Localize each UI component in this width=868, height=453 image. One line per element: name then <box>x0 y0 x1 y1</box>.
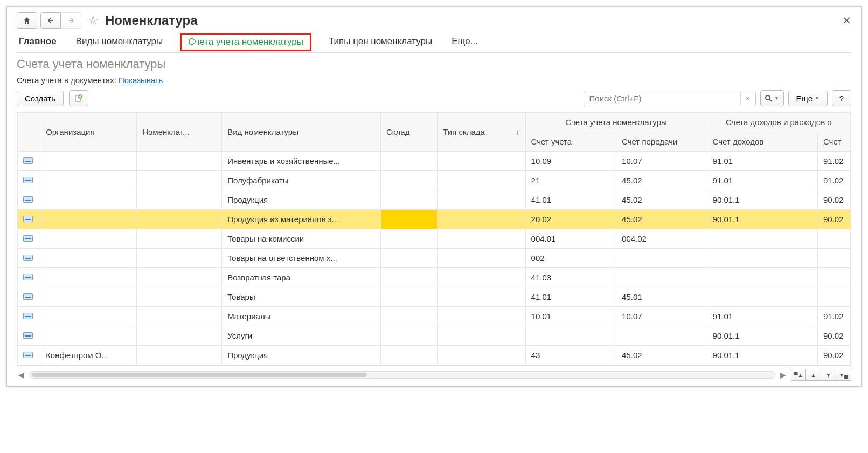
record-icon <box>23 196 33 203</box>
table-row[interactable]: Возвратная тара41.03 <box>18 268 851 287</box>
nav-first-button[interactable]: ▀▲ <box>791 369 806 381</box>
cell-org: Конфетпром О... <box>40 346 137 365</box>
col-organization[interactable]: Организация <box>40 113 137 152</box>
col-group-income[interactable]: Счета доходов и расходов о <box>707 113 850 132</box>
cell-vid: Возвратная тара <box>222 268 381 287</box>
cell-sklad <box>381 268 438 287</box>
help-button[interactable]: ? <box>832 90 851 106</box>
tab-more[interactable]: Еще... <box>449 33 480 51</box>
col-sklad[interactable]: Склад <box>381 113 438 152</box>
cell-org <box>40 287 137 307</box>
row-indicator-cell <box>18 171 40 190</box>
search-dropdown-button[interactable]: ▼ <box>760 90 784 106</box>
tab-vidy[interactable]: Виды номенклатуры <box>74 33 165 51</box>
cell-schet-last: 91.02 <box>817 171 850 190</box>
row-indicator-cell <box>18 287 40 307</box>
col-schet-ucheta[interactable]: Счет учета <box>525 132 616 152</box>
tab-main[interactable]: Главное <box>17 33 59 51</box>
forward-button[interactable] <box>61 12 81 29</box>
col-schet-dohodov[interactable]: Счет доходов <box>707 132 817 152</box>
sort-asc-icon: ↓ <box>516 127 520 136</box>
cell-sklad <box>381 287 438 307</box>
scrollbar-thumb[interactable] <box>32 373 367 377</box>
table-row[interactable]: Продукция из материалов з...20.0245.0290… <box>18 210 851 229</box>
cell-schet-last: 91.02 <box>817 152 850 171</box>
col-schet-last[interactable]: Счет <box>817 132 850 152</box>
col-group-accounts[interactable]: Счета учета номенклатуры <box>525 113 707 132</box>
cell-schet-last: 90.02 <box>817 190 850 210</box>
horizontal-scrollbar[interactable] <box>29 371 775 379</box>
cell-schet-last <box>817 287 850 307</box>
cell-schet-dohodov: 90.01.1 <box>707 190 817 210</box>
more-button[interactable]: Еще ▼ <box>788 91 828 106</box>
cell-schet-last <box>817 249 850 268</box>
row-indicator-cell <box>18 210 40 229</box>
nav-up-button[interactable]: ▲ <box>806 369 821 381</box>
nav-down-button[interactable]: ▼ <box>821 369 836 381</box>
cell-schet-peredachi: 10.07 <box>616 307 707 326</box>
cell-vid: Товары на ответственном х... <box>222 249 381 268</box>
table-row[interactable]: Материалы10.0110.0791.0191.02 <box>18 307 851 326</box>
cell-tip-sklada <box>438 210 525 229</box>
accounts-in-docs-label: Счета учета в документах: <box>17 76 116 85</box>
tab-tipy-cen[interactable]: Типы цен номенклатуры <box>327 33 434 51</box>
record-icon <box>23 255 33 261</box>
cell-org <box>40 190 137 210</box>
scroll-right-icon[interactable]: ▶ <box>779 370 788 379</box>
col-nomenclature[interactable]: Номенклат... <box>137 113 222 152</box>
cell-sklad <box>381 171 438 190</box>
cell-schet-ucheta: 41.03 <box>525 268 616 287</box>
accounts-in-docs-link[interactable]: Показывать <box>119 76 163 85</box>
col-tip-sklada[interactable]: Тип склада ↓ <box>438 113 525 152</box>
cell-sklad <box>381 249 438 268</box>
cell-vid: Услуги <box>222 326 381 346</box>
col-schet-peredachi[interactable]: Счет передачи <box>616 132 707 152</box>
table-row[interactable]: Товары41.0145.01 <box>18 287 851 307</box>
cell-tip-sklada <box>438 326 525 346</box>
row-indicator-cell <box>18 307 40 326</box>
nav-last-button[interactable]: ▼▄ <box>836 369 851 381</box>
section-subtitle: Счета учета номенклатуры <box>17 57 851 71</box>
cell-schet-ucheta: 43 <box>525 346 616 365</box>
close-button[interactable]: ✕ <box>842 14 851 27</box>
accounts-table: Организация Номенклат... Вид номенклатур… <box>17 112 851 365</box>
cell-vid: Материалы <box>222 307 381 326</box>
record-icon <box>23 293 33 300</box>
create-button[interactable]: Создать <box>17 91 64 106</box>
cell-sklad <box>381 326 438 346</box>
cell-schet-ucheta: 20.02 <box>525 210 616 229</box>
table-row[interactable]: Услуги90.01.190.02 <box>18 326 851 346</box>
cell-schet-last <box>817 229 850 249</box>
cell-nomencl <box>137 229 222 249</box>
search-clear-button[interactable]: × <box>740 91 755 106</box>
cell-schet-peredachi: 10.07 <box>616 152 707 171</box>
cell-nomencl <box>137 287 222 307</box>
cell-sklad <box>381 190 438 210</box>
tab-scheta-ucheta[interactable]: Счета учета номенклатуры <box>180 33 311 51</box>
copy-create-button[interactable] <box>69 90 88 106</box>
cell-schet-ucheta: 10.09 <box>525 152 616 171</box>
row-indicator-cell <box>18 249 40 268</box>
svg-point-2 <box>766 95 770 100</box>
table-row[interactable]: Инвентарь и хозяйственные...10.0910.0791… <box>18 152 851 171</box>
cell-org <box>40 152 137 171</box>
cell-org <box>40 210 137 229</box>
table-row[interactable]: Конфетпром О...Продукция4345.0290.01.190… <box>18 346 851 365</box>
row-indicator-cell <box>18 346 40 365</box>
home-button[interactable] <box>17 12 37 29</box>
cell-tip-sklada <box>438 229 525 249</box>
cell-org <box>40 249 137 268</box>
table-row[interactable]: Товары на комиссии004.01004.02 <box>18 229 851 249</box>
scroll-left-icon[interactable]: ◀ <box>17 370 26 379</box>
cell-org <box>40 326 137 346</box>
back-button[interactable] <box>40 12 61 29</box>
cell-sklad <box>381 307 438 326</box>
table-row[interactable]: Товары на ответственном х...002 <box>18 249 851 268</box>
cell-schet-last <box>817 268 850 287</box>
table-row[interactable]: Полуфабрикаты2145.0291.0191.02 <box>18 171 851 190</box>
favorite-star-icon[interactable]: ☆ <box>88 13 99 28</box>
search-input[interactable] <box>584 91 740 106</box>
cell-schet-ucheta: 002 <box>525 249 616 268</box>
col-vid[interactable]: Вид номенклатуры <box>222 113 381 152</box>
table-row[interactable]: Продукция41.0145.0290.01.190.02 <box>18 190 851 210</box>
